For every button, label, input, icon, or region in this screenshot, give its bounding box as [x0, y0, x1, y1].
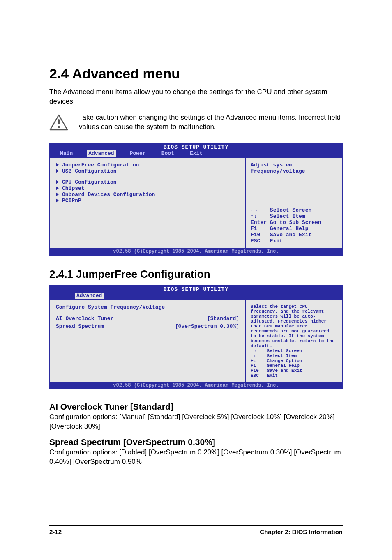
page: 2.4 Advanced menu The Advanced menu item… — [0, 0, 392, 560]
bios-screen-2: BIOS SETUP UTILITY Advanced Configure Sy… — [49, 285, 343, 389]
bios-tab-boot[interactable]: Boot — [160, 150, 176, 157]
bios-title: BIOS SETUP UTILITY — [50, 143, 342, 150]
bios-tab-power[interactable]: Power — [128, 150, 148, 157]
option-body-spread-spectrum: Configuration options: [Diabled] [OverSp… — [49, 448, 343, 467]
bios-help-text: Select the target CPU frequency, and the… — [251, 304, 337, 348]
warning-icon — [49, 114, 68, 131]
option-body-ai-overclock: Configuration options: [Manual] [Standar… — [49, 413, 343, 431]
menu-label: Onboard Devices Configuration — [62, 191, 155, 198]
page-number: 2-12 — [49, 528, 62, 535]
bios-tab-advanced[interactable]: Advanced — [87, 150, 115, 157]
bios-footer: v02.58 (C)Copyright 1985-2004, American … — [50, 382, 342, 389]
bios-config-panel: Configure System Frequency/Voltage AI Ov… — [50, 300, 246, 382]
config-header: Configure System Frequency/Voltage — [56, 304, 239, 311]
svg-point-2 — [58, 126, 60, 128]
menu-jumperfree[interactable]: JumperFree Configuration — [56, 162, 239, 168]
chapter-title: Chapter 2: BIOS Information — [260, 528, 343, 535]
caution-text: Take caution when changing the settings … — [79, 113, 343, 132]
bios-key-legend: ←→ Select Screen ↑↓ Select Item +- Chang… — [251, 348, 337, 378]
triangle-icon — [56, 198, 59, 203]
bios-screen-1: BIOS SETUP UTILITY Main Advanced Power B… — [49, 143, 343, 256]
section-heading: 2.4 Advanced menu — [49, 66, 343, 82]
config-row-ai-overclock[interactable]: AI Overclock Tuner [Standard] — [56, 315, 239, 323]
menu-label: CPU Configuration — [62, 179, 117, 185]
menu-label: USB Configuration — [62, 168, 117, 174]
menu-onboard[interactable]: Onboard Devices Configuration — [56, 191, 239, 198]
config-row-spread-spectrum[interactable]: Spread Spectrum [OverSpectrum 0.30%] — [56, 323, 239, 330]
section-intro: The Advanced menu items allow you to cha… — [49, 88, 343, 106]
config-label: Spread Spectrum — [56, 323, 104, 330]
triangle-icon — [56, 169, 59, 173]
bios-tab-bar: Main Advanced Power Boot Exit — [50, 150, 342, 158]
bios-help-panel: Adjust system frequency/voltage ←→ Selec… — [246, 158, 342, 248]
option-heading-spread-spectrum: Spread Spectrum [OverSpectrum 0.30%] — [49, 437, 343, 447]
triangle-icon — [56, 163, 59, 167]
triangle-icon — [56, 180, 59, 184]
caution-box: Take caution when changing the settings … — [49, 113, 343, 132]
svg-rect-1 — [58, 119, 60, 124]
config-value: [Standard] — [207, 316, 239, 322]
menu-label: PCIPnP — [62, 198, 81, 204]
menu-chipset[interactable]: Chipset — [56, 185, 239, 191]
bios-key-legend: ←→ Select Screen ↑↓ Select Item Enter Go… — [251, 207, 337, 244]
bios-footer: v02.58 (C)Copyright 1985-2004, American … — [50, 248, 342, 255]
bios-tab-bar: Advanced — [50, 293, 342, 300]
bios-tab-exit[interactable]: Exit — [188, 150, 204, 157]
option-heading-ai-overclock: AI Overclock Tuner [Standard] — [49, 402, 343, 412]
subsection-heading: 2.4.1 JumperFree Configuration — [49, 268, 343, 281]
bios-help-text: Adjust system frequency/voltage — [251, 162, 337, 174]
menu-pcipnp[interactable]: PCIPnP — [56, 198, 239, 204]
page-footer: 2-12 Chapter 2: BIOS Information — [49, 525, 343, 535]
bios-menu-panel: JumperFree Configuration USB Configurati… — [50, 158, 246, 248]
config-value: [OverSpectrum 0.30%] — [175, 323, 239, 330]
menu-label: JumperFree Configuration — [62, 162, 139, 168]
menu-cpu[interactable]: CPU Configuration — [56, 179, 239, 185]
bios-title: BIOS SETUP UTILITY — [50, 286, 342, 293]
bios-help-panel: Select the target CPU frequency, and the… — [246, 300, 342, 382]
triangle-icon — [56, 192, 59, 196]
bios-tab-main[interactable]: Main — [58, 150, 74, 157]
bios-tab-advanced[interactable]: Advanced — [75, 293, 104, 299]
triangle-icon — [56, 186, 59, 190]
config-label: AI Overclock Tuner — [56, 316, 113, 322]
menu-label: Chipset — [62, 185, 85, 191]
menu-usb[interactable]: USB Configuration — [56, 168, 239, 174]
